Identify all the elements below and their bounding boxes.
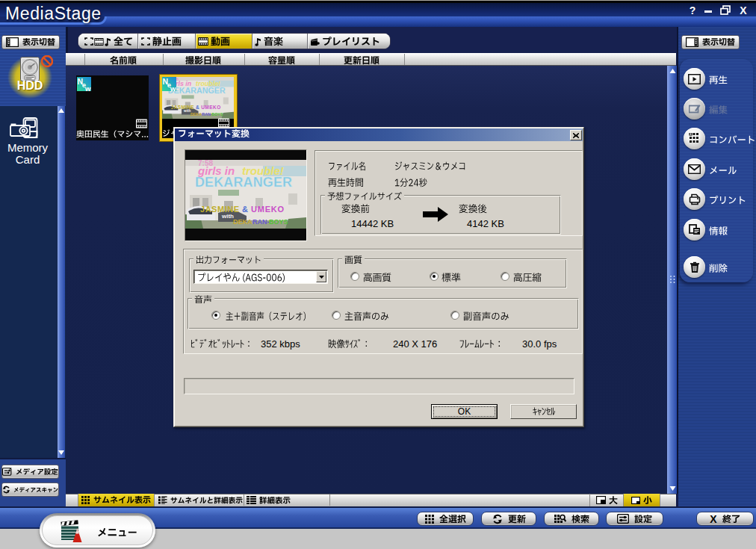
- svg-text:DEKARANGER: DEKARANGER: [195, 175, 292, 190]
- svg-text:BOYS: BOYS: [211, 112, 223, 117]
- svg-text:with: with: [183, 109, 191, 113]
- svg-text:&: &: [196, 105, 199, 110]
- svg-text:DEKA: DEKA: [190, 112, 202, 117]
- svg-text:JASMINE: JASMINE: [171, 105, 194, 110]
- svg-text:w: w: [84, 84, 91, 91]
- svg-text:RAN-: RAN-: [252, 218, 270, 226]
- svg-text:&: &: [242, 205, 248, 214]
- svg-text:BOYS: BOYS: [269, 218, 288, 226]
- svg-text:UMEKO: UMEKO: [251, 205, 284, 214]
- svg-text:RAN-: RAN-: [202, 112, 211, 117]
- svg-text:DEKARANGER: DEKARANGER: [168, 86, 226, 95]
- svg-text:UMEKO: UMEKO: [201, 105, 220, 110]
- svg-text:with: with: [221, 213, 234, 220]
- svg-text:w: w: [170, 84, 176, 91]
- svg-text:DEKA: DEKA: [233, 218, 252, 226]
